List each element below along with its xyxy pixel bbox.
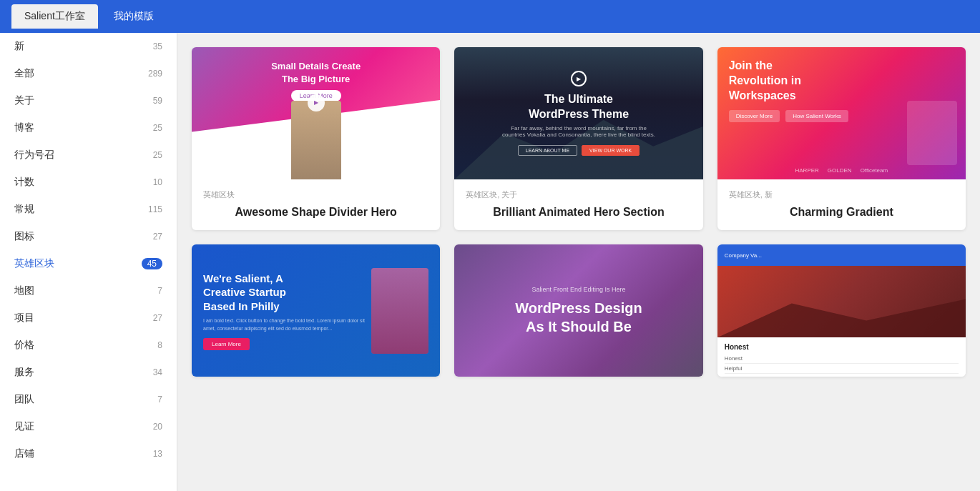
logo-2: GOLDEN: [828, 167, 852, 174]
card-5-text: WordPress DesignAs It Should Be: [515, 299, 642, 336]
sidebar-badge: 289: [148, 69, 162, 79]
sidebar-item-常规[interactable]: 常规115: [0, 196, 177, 223]
card-1[interactable]: Small Details CreateThe Big Picture Lear…: [192, 47, 440, 230]
sidebar-badge: 34: [153, 367, 162, 377]
sidebar-item-全部[interactable]: 全部289: [0, 60, 177, 87]
card-4-btn: Learn More: [203, 338, 250, 350]
card-1-play: ▶: [308, 94, 325, 111]
card-6-item-3: Why we're different: [725, 374, 959, 377]
sidebar-badge: 27: [153, 232, 162, 242]
logo-3: Officeteam: [861, 167, 888, 174]
card-6[interactable]: Company Va... Honest Honest Helpful Why …: [717, 244, 966, 377]
card-6-content: Honest Honest Helpful Why we're differen…: [717, 337, 966, 377]
card-4[interactable]: We're Salient, ACreative StartupBased In…: [192, 244, 440, 377]
card-6-img: [717, 266, 966, 337]
sidebar-label: 服务: [14, 366, 34, 379]
sidebar-badge: 7: [157, 286, 162, 296]
sidebar-badge: 25: [153, 150, 162, 160]
sidebar-label: 地图: [14, 284, 34, 297]
card-6-item-1: Honest: [725, 354, 959, 364]
card-2-btn-learn: LEARN ABOUT ME: [518, 145, 577, 156]
sidebar-label: 全部: [14, 67, 34, 80]
sidebar-item-新[interactable]: 新35: [0, 33, 177, 60]
card-6-item-2: Helpful: [725, 364, 959, 374]
sidebar-item-英雄区块[interactable]: 英雄区块45: [0, 250, 177, 277]
sidebar-item-见证[interactable]: 见证20: [0, 413, 177, 440]
sidebar-item-店铺[interactable]: 店铺13: [0, 440, 177, 467]
card-3-person: [907, 101, 957, 165]
card-3-thumb-text: Join theRevolution inWorkspaces: [729, 59, 801, 103]
card-4-img-overlay: [371, 268, 428, 354]
sidebar: 新35全部289关于59博客25行为号召25计数10常规115图标27英雄区块4…: [0, 33, 177, 491]
card-2-btns: LEARN ABOUT ME VIEW OUR WORK: [518, 145, 640, 156]
sidebar-label: 行为号召: [14, 149, 54, 162]
card-2-play: ▶: [571, 71, 587, 86]
card-3-btn-discover: Discover More: [729, 110, 780, 122]
card-2-sub: Far far away, behind the word mountains,…: [500, 125, 657, 138]
sidebar-item-项目[interactable]: 项目27: [0, 304, 177, 332]
sidebar-badge: 20: [153, 422, 162, 432]
card-2[interactable]: ▶ The UltimateWordPress Theme Far far aw…: [454, 47, 702, 230]
sidebar-label: 新: [14, 40, 24, 53]
card-2-title: Brilliant Animated Hero Section: [466, 204, 691, 220]
sidebar-label: 博客: [14, 121, 34, 134]
sidebar-item-行为号召[interactable]: 行为号召25: [0, 142, 177, 169]
sidebar-label: 关于: [14, 94, 34, 107]
card-1-title: Awesome Shape Divider Hero: [203, 204, 428, 220]
sidebar-badge: 13: [153, 449, 162, 459]
card-5-sub: Salient Front End Editing Is Here: [531, 286, 625, 293]
sidebar-item-地图[interactable]: 地图7: [0, 277, 177, 304]
main-content: Small Details CreateThe Big Picture Lear…: [177, 33, 980, 491]
card-2-info: 英雄区块, 关于 Brilliant Animated Hero Section: [454, 179, 702, 230]
card-3[interactable]: Join theRevolution inWorkspaces Discover…: [717, 47, 966, 230]
card-grid: Small Details CreateThe Big Picture Lear…: [192, 47, 966, 377]
card-1-thumb: Small Details CreateThe Big Picture Lear…: [192, 47, 440, 179]
card-3-thumb: Join theRevolution inWorkspaces Discover…: [717, 47, 966, 179]
card-3-logos: HARPER GOLDEN Officeteam: [717, 167, 966, 174]
card-6-items: Honest Helpful Why we're different: [725, 354, 959, 377]
sidebar-badge: 25: [153, 123, 162, 133]
card-4-img: [371, 268, 428, 354]
card-6-thumb: Company Va... Honest Honest Helpful Why …: [717, 244, 966, 377]
sidebar-item-团队[interactable]: 团队7: [0, 386, 177, 413]
card-6-top: Company Va...: [717, 244, 966, 266]
sidebar-badge: 27: [153, 313, 162, 323]
sidebar-badge: 59: [153, 96, 162, 106]
sidebar-item-价格[interactable]: 价格8: [0, 332, 177, 359]
card-1-info: 英雄区块 Awesome Shape Divider Hero: [192, 179, 440, 230]
sidebar-badge: 10: [153, 177, 162, 187]
card-6-mountain: [717, 294, 966, 337]
card-5[interactable]: Salient Front End Editing Is Here WordPr…: [454, 244, 702, 377]
card-2-thumb-text: The UltimateWordPress Theme: [529, 92, 629, 122]
card-3-info: 英雄区块, 新 Charming Gradient: [717, 179, 966, 230]
sidebar-label: 图标: [14, 230, 34, 243]
card-2-btn-work: VIEW OUR WORK: [582, 145, 640, 156]
card-1-category: 英雄区块: [203, 189, 428, 200]
sidebar-item-服务[interactable]: 服务34: [0, 359, 177, 386]
card-4-thumb: We're Salient, ACreative StartupBased In…: [192, 244, 440, 377]
sidebar-item-关于[interactable]: 关于59: [0, 87, 177, 114]
tab-studio[interactable]: Salient工作室: [11, 4, 98, 29]
sidebar-label: 价格: [14, 339, 34, 352]
logo-1: HARPER: [795, 167, 818, 174]
sidebar-label: 团队: [14, 393, 34, 406]
card-4-left: We're Salient, ACreative StartupBased In…: [203, 272, 366, 351]
sidebar-badge: 7: [157, 395, 162, 405]
sidebar-label: 见证: [14, 420, 34, 433]
card-5-thumb: Salient Front End Editing Is Here WordPr…: [454, 244, 702, 377]
sidebar-label: 项目: [14, 312, 34, 324]
sidebar-item-博客[interactable]: 博客25: [0, 114, 177, 142]
card-4-text: We're Salient, ACreative StartupBased In…: [203, 272, 366, 314]
tab-my-templates[interactable]: 我的模版: [101, 4, 167, 29]
sidebar-item-计数[interactable]: 计数10: [0, 169, 177, 196]
card-3-category: 英雄区块, 新: [729, 189, 954, 200]
card-3-btn-salient: How Salient Works: [785, 110, 848, 122]
card-6-title: Honest: [725, 343, 959, 351]
card-2-category: 英雄区块, 关于: [466, 189, 691, 200]
sidebar-label: 英雄区块: [14, 257, 54, 270]
sidebar-item-图标[interactable]: 图标27: [0, 223, 177, 250]
sidebar-badge: 45: [142, 258, 162, 269]
card-2-thumb: ▶ The UltimateWordPress Theme Far far aw…: [454, 47, 702, 179]
sidebar-label: 计数: [14, 176, 34, 189]
sidebar-badge: 8: [157, 340, 162, 350]
